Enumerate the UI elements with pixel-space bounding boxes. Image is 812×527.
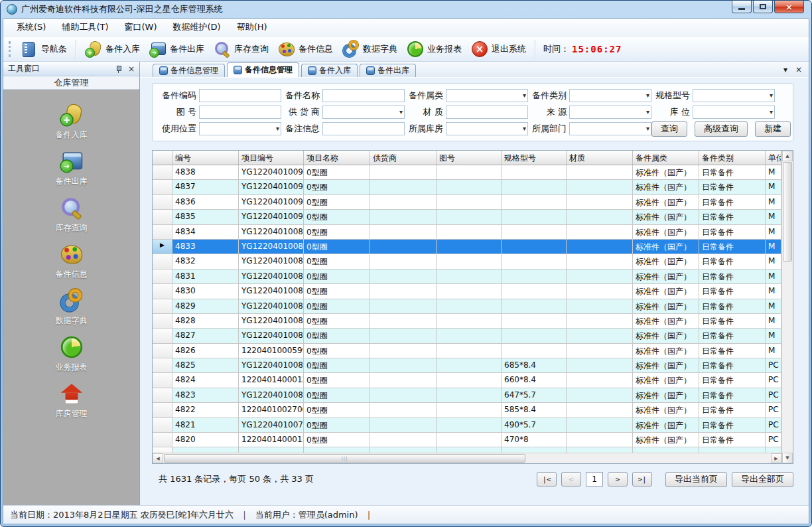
所属库房-select[interactable] xyxy=(446,122,528,135)
menu-item[interactable]: 辅助工具(T) xyxy=(54,19,115,36)
row-selector[interactable] xyxy=(153,269,172,284)
toolbar-button-exit[interactable]: 退出系统 xyxy=(471,40,526,58)
tab-备件信息管理[interactable]: 备件信息管理 xyxy=(153,64,225,77)
table-row[interactable]: 4832YG122040100870型圈标准件（国产）日常备件M xyxy=(153,254,781,269)
advanced-query-button[interactable]: 高级查询 xyxy=(695,121,748,137)
table-row[interactable]: 482612204010005990型圈标准件（国产）日常备件M xyxy=(153,344,781,358)
sidebar-item-parts-out[interactable]: 备件出库 xyxy=(3,145,139,192)
row-selector[interactable] xyxy=(153,403,172,417)
table-row[interactable]: 4835YG122040100900型圈标准件（国产）日常备件M xyxy=(153,210,781,224)
来 源-select[interactable] xyxy=(569,106,651,119)
scroll-track[interactable] xyxy=(525,453,771,463)
scroll-track[interactable] xyxy=(782,262,793,453)
row-selector[interactable] xyxy=(153,373,172,388)
sidebar-item-report[interactable]: 业务报表 xyxy=(3,331,139,378)
tab-备件入库[interactable]: 备件入库 xyxy=(301,64,358,77)
scroll-down-icon[interactable]: ▼ xyxy=(782,453,793,463)
toolbar-grip[interactable] xyxy=(9,41,11,57)
column-header[interactable]: 备件属类 xyxy=(633,151,699,165)
供 货 商-select[interactable] xyxy=(322,106,405,119)
备件类别-select[interactable] xyxy=(569,89,651,102)
table-row[interactable]: 482212204010027000型圈585*8.4标准件（国产）日常备件PC xyxy=(153,403,781,417)
toolbar-button-inventory-query[interactable]: 库存查询 xyxy=(214,40,269,58)
row-selector[interactable] xyxy=(153,388,172,403)
tab-备件出库[interactable]: 备件出库 xyxy=(360,64,416,77)
column-header[interactable]: 项目名称 xyxy=(304,151,370,165)
sidebar-item-data-dict[interactable]: 数据字典 xyxy=(3,285,139,331)
图 号-input[interactable] xyxy=(199,106,281,119)
tab-备件信息管理[interactable]: 备件信息管理 xyxy=(227,62,299,77)
row-selector[interactable] xyxy=(153,344,172,358)
row-selector[interactable] xyxy=(153,254,172,269)
row-selector[interactable] xyxy=(153,165,172,180)
table-row[interactable]: 4827YG122040100820型圈标准件（国产）日常备件M xyxy=(153,329,781,343)
prev-page-button[interactable]: < xyxy=(561,472,581,487)
table-row[interactable]: 4823YG122040100800型圈647*5.7标准件（国产）日常备件PC xyxy=(153,388,781,403)
sidebar-item-inventory-query[interactable]: 库存查询 xyxy=(3,192,139,238)
备件编码-input[interactable] xyxy=(199,89,281,102)
row-selector[interactable] xyxy=(153,284,172,299)
column-header[interactable]: 单位 xyxy=(766,151,781,165)
row-selector[interactable] xyxy=(153,418,172,433)
材 质-input[interactable] xyxy=(446,106,528,119)
next-page-button[interactable]: > xyxy=(608,472,628,487)
tab-close-icon[interactable]: × xyxy=(795,65,802,74)
table-row[interactable]: 4831YG122040100860型圈标准件（国产）日常备件M xyxy=(153,269,781,284)
column-header[interactable]: 编号 xyxy=(172,151,239,165)
chevron-down-icon[interactable]: ▾ xyxy=(783,65,787,74)
sidebar-item-parts-in[interactable]: 备件入库 xyxy=(3,99,139,145)
menu-item[interactable]: 系统(S) xyxy=(9,19,53,36)
备注信息-input[interactable] xyxy=(322,122,405,135)
vertical-scroll-thumb[interactable] xyxy=(783,162,792,262)
column-header[interactable]: 规格型号 xyxy=(502,151,567,165)
close-button[interactable]: × xyxy=(774,1,804,13)
page-number-input[interactable] xyxy=(586,472,603,487)
row-selector[interactable] xyxy=(153,225,172,240)
export-current-page-button[interactable]: 导出当前页 xyxy=(665,472,727,487)
column-header[interactable]: 备件类别 xyxy=(699,151,766,165)
maximize-button[interactable] xyxy=(753,1,773,13)
table-row[interactable]: 482412204014000120型圈660*8.4标准件（国产）日常备件PC xyxy=(153,373,781,388)
row-selector[interactable] xyxy=(153,358,172,373)
备件名称-input[interactable] xyxy=(322,89,405,102)
table-row[interactable]: 4836YG122040100910型圈标准件（国产）日常备件M xyxy=(153,195,781,210)
scroll-up-icon[interactable]: ▲ xyxy=(782,151,793,161)
sidebar-item-warehouse[interactable]: 库房管理 xyxy=(3,378,139,424)
规格型号-select[interactable] xyxy=(693,89,775,102)
table-row[interactable]: 4829YG122040100840型圈标准件（国产）日常备件M xyxy=(153,299,781,314)
horizontal-scroll-thumb[interactable]: ||| xyxy=(164,454,525,463)
scroll-right-icon[interactable]: ▶ xyxy=(771,453,781,463)
toolbar-button-data-dict[interactable]: 数据字典 xyxy=(342,40,397,58)
row-selector[interactable] xyxy=(153,433,172,447)
row-selector[interactable] xyxy=(153,329,172,343)
row-selector[interactable] xyxy=(153,180,172,194)
table-row[interactable]: 4838YG122040100930型圈标准件（国产）日常备件M xyxy=(153,165,781,180)
minimize-button[interactable] xyxy=(732,1,752,13)
pin-icon[interactable] xyxy=(115,65,123,73)
column-header[interactable]: 材质 xyxy=(567,151,633,165)
toolbar-button-navigator[interactable]: 导航条 xyxy=(21,40,67,58)
column-header[interactable]: 供货商 xyxy=(370,151,437,165)
last-page-button[interactable]: >| xyxy=(632,472,652,487)
table-row[interactable]: 4837YG122040100920型圈标准件（国产）日常备件M xyxy=(153,180,781,194)
row-selector[interactable] xyxy=(153,299,172,314)
column-header[interactable]: 项目编号 xyxy=(239,151,304,165)
toolbar-button-parts-in[interactable]: 备件入库 xyxy=(85,40,140,58)
row-selector[interactable] xyxy=(153,210,172,224)
toolbar-button-report[interactable]: 业务报表 xyxy=(407,40,462,58)
scroll-left-icon[interactable]: ◀ xyxy=(153,453,163,463)
column-header[interactable]: 图号 xyxy=(437,151,502,165)
row-selector[interactable]: ▶ xyxy=(153,240,172,254)
table-row[interactable]: ▶4833YG122040100880型圈标准件（国产）日常备件M xyxy=(153,240,781,254)
new-button[interactable]: 新建 xyxy=(755,121,791,137)
toolbar-button-parts-info[interactable]: 备件信息 xyxy=(278,40,333,58)
export-all-pages-button[interactable]: 导出全部页 xyxy=(732,472,793,487)
使用位置-select[interactable] xyxy=(199,122,281,135)
sidebar-item-parts-info[interactable]: 备件信息 xyxy=(3,238,139,285)
menu-item[interactable]: 帮助(H) xyxy=(230,19,275,36)
table-row[interactable]: 482012204014000130型圈470*8标准件（国产）日常备件PC xyxy=(153,433,781,447)
table-row[interactable]: 4834YG122040100890型圈标准件（国产）日常备件M xyxy=(153,225,781,240)
备件属类-select[interactable] xyxy=(446,89,528,102)
table-row[interactable]: 4821YG122040100790型圈490*5.7标准件（国产）日常备件PC xyxy=(153,418,781,433)
first-page-button[interactable]: |< xyxy=(537,472,557,487)
